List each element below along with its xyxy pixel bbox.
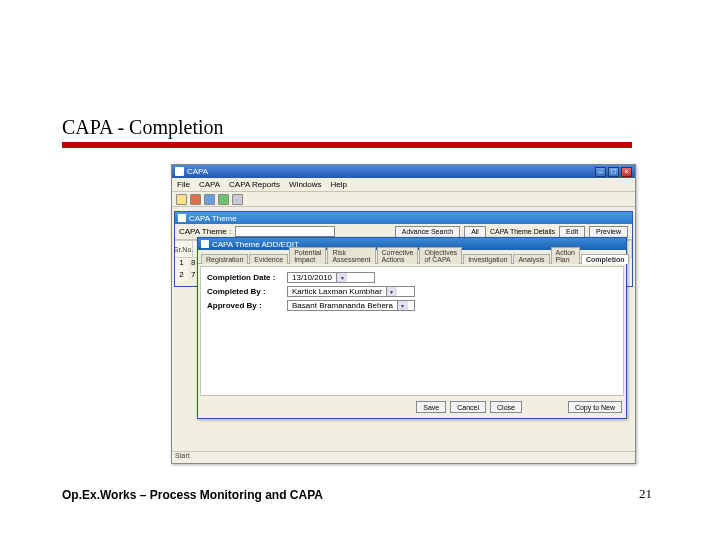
- close-modal-button[interactable]: Close: [490, 401, 522, 413]
- slide-title: CAPA - Completion: [62, 116, 224, 139]
- tab-completion[interactable]: Completion: [581, 254, 630, 264]
- chevron-down-icon[interactable]: ▾: [397, 301, 408, 310]
- addedit-modal: CAPA Theme ADD/EDIT Registration Evidenc…: [197, 237, 627, 419]
- approved-by-label: Approved By :: [207, 301, 281, 310]
- close-button[interactable]: ×: [621, 167, 632, 177]
- all-button[interactable]: All: [464, 226, 486, 238]
- app-icon: [175, 167, 184, 176]
- cancel-button[interactable]: Cancel: [450, 401, 486, 413]
- approved-by-select[interactable]: Basant Bramananda Behera ▾: [287, 300, 415, 311]
- divider-bar: [62, 142, 632, 148]
- row-sr: 2: [175, 270, 189, 282]
- completion-date-picker[interactable]: 13/10/2010 ▾: [287, 272, 375, 283]
- completed-by-label: Completed By :: [207, 287, 281, 296]
- col-srno: Sr.No.: [175, 241, 193, 257]
- modal-icon: [201, 240, 209, 248]
- menu-help[interactable]: Help: [331, 180, 347, 189]
- app-title: CAPA: [187, 167, 208, 176]
- print-icon[interactable]: [232, 194, 243, 205]
- tab-strip: Registration Evidence Potential Impact R…: [198, 250, 626, 264]
- tab-corrective[interactable]: Corrective Actions: [377, 247, 419, 264]
- status-bar: Start: [172, 451, 635, 463]
- page-number: 21: [639, 486, 652, 502]
- approved-by-value: Basant Bramananda Behera: [288, 301, 397, 310]
- completed-by-value: Kartick Laxman Kumbhar: [288, 287, 386, 296]
- tab-registration[interactable]: Registration: [201, 254, 248, 264]
- forward-icon[interactable]: [204, 194, 215, 205]
- modal-footer: Save Cancel Close Copy to New: [416, 398, 622, 416]
- completion-date-label: Completion Date :: [207, 273, 281, 282]
- modal-title: CAPA Theme ADD/EDIT: [212, 240, 299, 249]
- theme-titlebar: CAPA Theme: [175, 212, 632, 224]
- menu-windows[interactable]: Windows: [289, 180, 321, 189]
- tab-analysis[interactable]: Analysis: [513, 254, 549, 264]
- tab-evidence[interactable]: Evidence: [249, 254, 288, 264]
- chevron-down-icon[interactable]: ▾: [336, 273, 347, 282]
- toolbar: [172, 192, 635, 207]
- completed-by-select[interactable]: Kartick Laxman Kumbhar ▾: [287, 286, 415, 297]
- completion-date-value: 13/10/2010: [288, 273, 336, 282]
- advance-search-button[interactable]: Advance Search: [395, 226, 460, 238]
- tab-impact[interactable]: Potential Impact: [289, 247, 326, 264]
- tab-investigation[interactable]: Investigation: [463, 254, 512, 264]
- row-sr: 1: [175, 258, 189, 270]
- back-icon[interactable]: [190, 194, 201, 205]
- tab-actionplan[interactable]: Action Plan: [551, 247, 580, 264]
- preview-button[interactable]: Preview: [589, 226, 628, 238]
- refresh-icon[interactable]: [218, 194, 229, 205]
- form-area: Completion Date : 13/10/2010 ▾ Completed…: [200, 266, 624, 396]
- tab-risk[interactable]: Risk Assessment: [327, 247, 375, 264]
- home-icon[interactable]: [176, 194, 187, 205]
- save-button[interactable]: Save: [416, 401, 446, 413]
- chevron-down-icon[interactable]: ▾: [386, 287, 397, 296]
- tab-objectives[interactable]: Objectives of CAPA: [419, 247, 462, 264]
- search-label: CAPA Theme :: [179, 227, 231, 236]
- menubar: File CAPA CAPA Reports Windows Help: [172, 178, 635, 192]
- menu-capa[interactable]: CAPA: [199, 180, 220, 189]
- theme-window-title: CAPA Theme: [189, 214, 237, 223]
- menu-reports[interactable]: CAPA Reports: [229, 180, 280, 189]
- copy-to-new-button[interactable]: Copy to New: [568, 401, 622, 413]
- details-label: CAPA Theme Details: [490, 228, 555, 235]
- main-titlebar: CAPA – □ ×: [172, 165, 635, 178]
- app-window: CAPA – □ × File CAPA CAPA Reports Window…: [171, 164, 636, 464]
- minimize-button[interactable]: –: [595, 167, 606, 177]
- slide-footer: Op.Ex.Works – Process Monitoring and CAP…: [62, 488, 323, 502]
- menu-file[interactable]: File: [177, 180, 190, 189]
- maximize-button[interactable]: □: [608, 167, 619, 177]
- search-input[interactable]: [235, 226, 335, 237]
- theme-window-icon: [178, 214, 186, 222]
- edit-button[interactable]: Edit: [559, 226, 585, 238]
